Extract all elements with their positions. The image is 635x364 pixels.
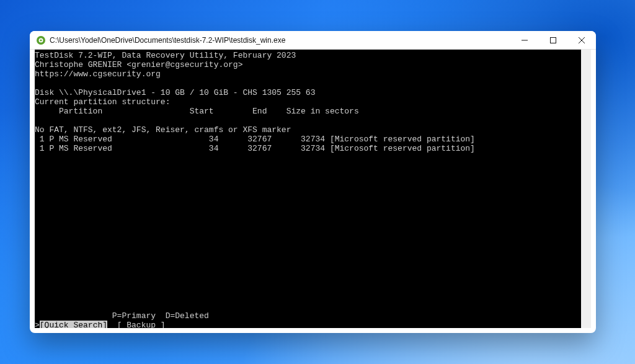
svg-rect-3: [551, 37, 556, 43]
maximize-button[interactable]: [539, 31, 567, 49]
window-title: C:\Users\Yodel\OneDrive\Documents\testdi…: [50, 36, 510, 45]
legend-line: P=Primary D=Deleted: [35, 311, 209, 321]
app-name-line: TestDisk 7.2-WIP, Data Recovery Utility,…: [35, 51, 296, 60]
window-controls: [510, 31, 596, 49]
partition-row-2: 1 P MS Reserved 34 32767 32734 [Microsof…: [35, 144, 475, 153]
column-headers: Partition Start End Size in sectors: [35, 107, 359, 116]
console-window: C:\Users\Yodel\OneDrive\Documents\testdi…: [30, 31, 596, 333]
structure-heading: Current partition structure:: [35, 97, 170, 107]
terminal-output: TestDisk 7.2-WIP, Data Recovery Utility,…: [35, 51, 591, 328]
app-icon: [36, 35, 46, 45]
terminal-area[interactable]: TestDisk 7.2-WIP, Data Recovery Utility,…: [35, 50, 591, 328]
close-button[interactable]: [567, 31, 596, 49]
minimize-button[interactable]: [510, 31, 539, 49]
partition-row-1: 1 P MS Reserved 34 32767 32734 [Microsof…: [35, 135, 475, 144]
svg-point-2: [40, 39, 42, 41]
titlebar[interactable]: C:\Users\Yodel\OneDrive\Documents\testdi…: [30, 31, 596, 50]
no-marker-line: No FAT, NTFS, ext2, JFS, Reiser, cramfs …: [35, 125, 291, 135]
backup-menu-item[interactable]: [ Backup ]: [107, 321, 166, 328]
menu-caret: >: [35, 321, 40, 328]
vertical-scrollbar[interactable]: [581, 50, 591, 328]
quick-search-menu-item[interactable]: [Quick Search]: [40, 321, 107, 328]
disk-info-line: Disk \\.\PhysicalDrive1 - 10 GB / 10 GiB…: [35, 88, 315, 97]
url-line: https://www.cgsecurity.org: [35, 69, 161, 79]
author-line: Christophe GRENIER <grenier@cgsecurity.o…: [35, 60, 242, 69]
